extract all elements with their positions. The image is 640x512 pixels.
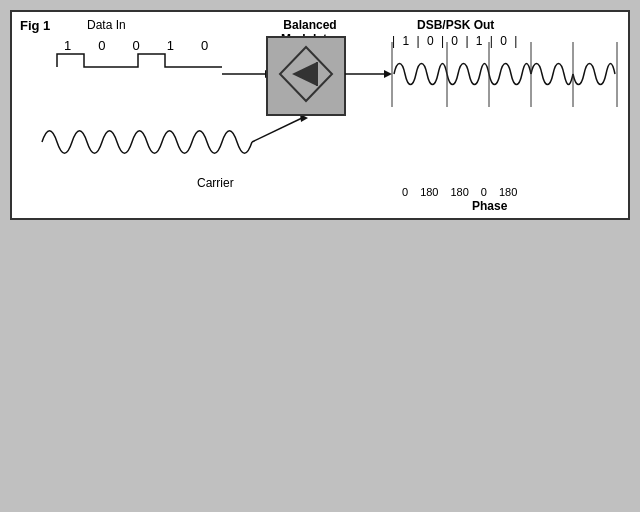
dsb-seg2	[447, 64, 489, 85]
data-signal	[57, 54, 222, 67]
diagram-svg	[12, 12, 632, 222]
diagram-container: Fig 1 Data In Balanced Modulator DSB/PSK…	[10, 10, 630, 220]
dsb-seg3	[489, 64, 531, 85]
dsb-seg1	[394, 64, 447, 85]
dsb-seg5	[573, 64, 615, 85]
svg-marker-9	[384, 70, 392, 78]
svg-line-2	[252, 118, 302, 142]
dsb-seg4	[531, 64, 573, 85]
carrier-signal	[42, 131, 252, 154]
